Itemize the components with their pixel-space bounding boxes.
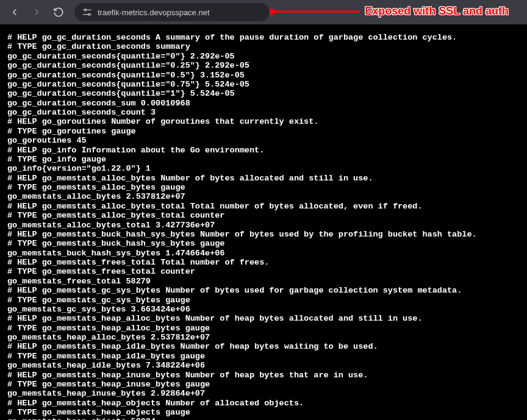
reload-button[interactable] [49,2,68,22]
browser-toolbar: traefik-metrics.devopsspace.net [0,0,527,24]
site-settings-icon[interactable] [82,7,93,18]
address-bar[interactable]: traefik-metrics.devopsspace.net [74,3,270,21]
metrics-output[interactable]: # HELP go_gc_duration_seconds A summary … [0,24,527,420]
svg-point-0 [85,9,87,11]
arrow-right-icon [31,7,42,18]
back-button[interactable] [5,2,24,22]
arrow-left-icon [9,7,20,18]
tune-icon [82,7,93,18]
url-text: traefik-metrics.devopsspace.net [98,8,210,17]
forward-button[interactable] [27,2,46,22]
reload-icon [53,7,64,18]
svg-point-3 [88,13,90,15]
